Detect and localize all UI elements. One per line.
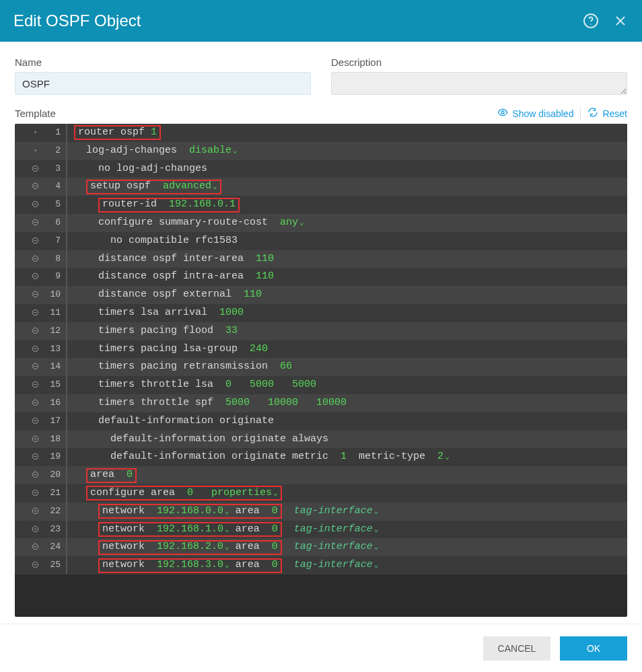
cancel-button[interactable]: CANCEL [483,636,550,661]
code-content[interactable]: distance ospf intra-area 110 [74,268,627,286]
collapse-toggle[interactable] [15,376,42,394]
reset-link[interactable]: Reset [587,107,627,120]
code-content[interactable]: timers lsa arrival 1000 [74,304,627,322]
code-content[interactable]: router-id 192.168.0.1 [74,198,627,213]
collapse-toggle[interactable] [15,412,42,431]
code-line[interactable]: 5router-id 192.168.0.1 [15,196,627,214]
code-line[interactable]: 18default-information originate always [15,431,627,449]
chevron-down-icon[interactable]: ⌄ [213,178,217,196]
code-line[interactable]: 22network 192.168.0.0⌄ area 0 tag-interf… [15,502,627,521]
collapse-toggle[interactable] [15,358,42,376]
chevron-down-icon[interactable]: ⌄ [445,453,450,461]
code-line[interactable]: 14timers pacing retransmission 66 [15,358,627,376]
collapse-toggle[interactable] [15,556,42,574]
code-line[interactable]: 4setup ospf advanced⌄ [15,178,627,196]
code-content[interactable]: timers pacing lsa-group 240 [74,340,627,359]
code-content[interactable]: network 192.168.1.0⌄ area 0 tag-interfac… [74,521,627,539]
code-content[interactable]: no compatible rfc1583 [74,232,627,250]
code-content[interactable]: default-information originate metric 1 m… [74,448,627,466]
collapse-toggle[interactable] [15,521,42,539]
chevron-down-icon[interactable]: ⌄ [233,147,238,155]
collapse-toggle[interactable] [15,250,42,268]
code-line[interactable]: 9distance ospf intra-area 110 [15,268,627,286]
collapse-toggle[interactable] [15,394,42,412]
collapse-toggle[interactable] [15,340,42,359]
chevron-down-icon[interactable]: ⌄ [225,556,229,574]
chevron-down-icon[interactable]: ⌄ [225,521,229,539]
collapse-toggle[interactable] [15,124,42,142]
code-content[interactable]: network 192.168.2.0⌄ area 0 tag-interfac… [74,538,627,556]
code-content[interactable]: no log-adj-changes [74,160,627,178]
code-content[interactable]: configure summary-route-cost any⌄ [74,214,627,232]
ok-button[interactable]: OK [560,636,627,661]
chevron-down-icon[interactable]: ⌄ [374,502,379,521]
tag-interface-option[interactable]: tag-interface [294,556,373,574]
code-content[interactable]: default-information originate [74,412,627,431]
tag-interface-option[interactable]: tag-interface [294,521,373,539]
code-line[interactable]: 7no compatible rfc1583 [15,232,627,250]
collapse-toggle[interactable] [15,448,42,466]
chevron-down-icon[interactable]: ⌄ [374,538,379,556]
code-line[interactable]: 15timers throttle lsa 0 5000 5000 [15,376,627,394]
name-input[interactable] [15,72,311,95]
collapse-toggle[interactable] [15,322,42,340]
tag-interface-option[interactable]: tag-interface [294,538,373,556]
code-content[interactable]: log-adj-changes disable⌄ [74,142,627,160]
chevron-down-icon[interactable]: ⌄ [225,538,229,556]
collapse-toggle[interactable] [15,466,42,484]
code-line[interactable]: 3no log-adj-changes [15,160,627,178]
chevron-down-icon[interactable]: ⌄ [299,219,304,227]
collapse-toggle[interactable] [15,431,42,449]
help-circle-icon[interactable] [583,13,599,29]
collapse-toggle[interactable] [15,502,42,521]
code-content[interactable]: timers throttle spf 5000 10000 10000 [74,394,627,412]
description-input[interactable] [331,72,627,95]
collapse-toggle[interactable] [15,214,42,232]
code-content[interactable]: network 192.168.0.0⌄ area 0 tag-interfac… [74,502,627,521]
code-line[interactable]: 13timers pacing lsa-group 240 [15,340,627,359]
code-line[interactable]: 17default-information originate [15,412,627,431]
collapse-toggle[interactable] [15,538,42,556]
chevron-down-icon[interactable]: ⌄ [374,521,379,539]
collapse-toggle[interactable] [15,268,42,286]
code-line[interactable]: 2log-adj-changes disable⌄ [15,142,627,160]
code-line[interactable]: 23network 192.168.1.0⌄ area 0 tag-interf… [15,521,627,539]
close-icon[interactable] [612,13,629,29]
template-editor[interactable]: 1router ospf 12log-adj-changes disable⌄3… [15,124,627,617]
chevron-down-icon[interactable]: ⌄ [225,502,229,521]
collapse-toggle[interactable] [15,178,42,196]
code-line[interactable]: 25network 192.168.3.0⌄ area 0 tag-interf… [15,556,627,574]
collapse-toggle[interactable] [15,232,42,250]
tag-interface-option[interactable]: tag-interface [294,502,373,521]
code-line[interactable]: 10distance ospf external 110 [15,286,627,304]
code-line[interactable]: 21configure area 0 properties⌄ [15,484,627,502]
chevron-down-icon[interactable]: ⌄ [273,484,278,502]
code-content[interactable]: distance ospf external 110 [74,286,627,304]
code-line[interactable]: 11timers lsa arrival 1000 [15,304,627,322]
code-line[interactable]: 8distance ospf inter-area 110 [15,250,627,268]
collapse-toggle[interactable] [15,142,42,160]
code-content[interactable]: timers throttle lsa 0 5000 5000 [74,376,627,394]
code-content[interactable]: default-information originate always [74,431,627,449]
collapse-toggle[interactable] [15,484,42,502]
code-line[interactable]: 16timers throttle spf 5000 10000 10000 [15,394,627,412]
code-line[interactable]: 12timers pacing flood 33 [15,322,627,340]
collapse-toggle[interactable] [15,304,42,322]
code-line[interactable]: 24network 192.168.2.0⌄ area 0 tag-interf… [15,538,627,556]
code-content[interactable]: distance ospf inter-area 110 [74,250,627,268]
show-disabled-link[interactable]: Show disabled [497,107,573,120]
code-content[interactable]: area 0 [74,468,627,483]
chevron-down-icon[interactable]: ⌄ [374,556,379,574]
code-line[interactable]: 20area 0 [15,466,627,484]
code-line[interactable]: 6configure summary-route-cost any⌄ [15,214,627,232]
code-content[interactable]: timers pacing retransmission 66 [74,358,627,376]
collapse-toggle[interactable] [15,160,42,178]
code-line[interactable]: 19default-information originate metric 1… [15,448,627,466]
collapse-toggle[interactable] [15,196,42,214]
code-content[interactable]: network 192.168.3.0⌄ area 0 tag-interfac… [74,556,627,574]
code-line[interactable]: 1router ospf 1 [15,124,627,142]
collapse-toggle[interactable] [15,286,42,304]
code-content[interactable]: configure area 0 properties⌄ [74,486,627,500]
code-content[interactable]: setup ospf advanced⌄ [74,180,627,194]
code-content[interactable]: router ospf 1 [74,125,627,140]
